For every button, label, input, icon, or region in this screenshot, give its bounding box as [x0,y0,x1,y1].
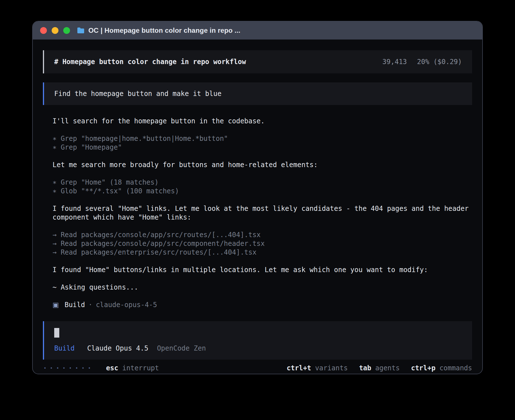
tool-call-grep: ∗ Grep "homepage|home.*button|Home.*butt… [53,134,471,143]
separator-dot: · [88,301,92,309]
commands-hint[interactable]: ctrl+p commands [411,364,472,372]
commands-label: commands [439,364,472,372]
input-meta: Build Claude Opus 4.5 OpenCode Zen [54,344,462,352]
agent-status: ▣ Build · claude-opus-4-5 [53,301,471,309]
token-count: 39,413 [382,58,407,66]
agent-model: claude-opus-4-5 [96,301,157,309]
agent-icon: ▣ [53,301,59,309]
esc-key-hint[interactable]: esc [106,364,118,372]
agent-name: Build [65,301,85,309]
tool-call-read: → Read packages/enterprise/src/routes/[.… [53,248,471,257]
session-stats: 39,413 20% ($0.29) [382,58,462,66]
zoom-button[interactable] [63,27,70,34]
tool-call-read: → Read packages/console/app/src/routes/[… [53,231,471,239]
prompt-input[interactable]: Build Claude Opus 4.5 OpenCode Zen [43,321,472,360]
tool-call-grep: ∗ Grep "Homepage" [53,143,471,152]
variants-label: variants [315,364,348,372]
esc-key-label: interrupt [122,364,159,372]
session-title: # Homepage button color change in repo w… [54,58,246,66]
agents-hint[interactable]: tab agents [359,364,400,372]
assistant-text: I found several "Home" links. Let me loo… [53,204,471,222]
status-bar: ········ esc interrupt ctrl+t variants t… [43,364,472,372]
tool-call-glob: ∗ Glob "**/*.tsx" (100 matches) [53,187,471,196]
variants-hint[interactable]: ctrl+t variants [287,364,348,372]
ctrl-t-key: ctrl+t [287,364,311,372]
assistant-text: Let me search more broadly for buttons a… [53,161,471,169]
context-usage: 20% ($0.29) [417,58,462,66]
traffic-lights [40,27,70,34]
folder-icon [77,27,85,34]
terminal-window: OC | Homepage button color change in rep… [32,21,483,374]
user-message-text: Find the homepage button and make it blu… [54,90,221,98]
assistant-text: I found "Home" buttons/links in multiple… [53,266,471,274]
assistant-text: I'll search for the homepage button in t… [53,117,471,126]
agents-label: agents [375,364,400,372]
assistant-status-text: ~ Asking questions... [53,283,471,292]
conversation: I'll search for the homepage button in t… [43,117,472,309]
user-message: Find the homepage button and make it blu… [43,82,472,105]
text-cursor [54,328,59,338]
tool-call-grep: ∗ Grep "Home" (18 matches) [53,178,471,187]
spinner-dots: ········ [43,364,94,372]
model-name[interactable]: Claude Opus 4.5 [87,344,149,352]
mode-badge[interactable]: Build [54,344,75,352]
close-button[interactable] [40,27,47,34]
minimize-button[interactable] [52,27,58,34]
titlebar[interactable]: OC | Homepage button color change in rep… [33,21,482,40]
provider-name: OpenCode Zen [157,344,206,352]
session-header: # Homepage button color change in repo w… [43,50,472,73]
ctrl-p-key: ctrl+p [411,364,436,372]
tab-key: tab [359,364,371,372]
tool-call-read: → Read packages/console/app/src/componen… [53,239,471,248]
window-title: OC | Homepage button color change in rep… [88,27,240,34]
